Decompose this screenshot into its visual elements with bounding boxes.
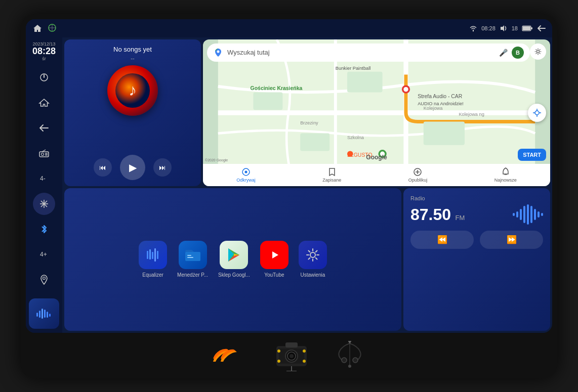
discover-icon xyxy=(241,167,251,177)
back-status-icon[interactable] xyxy=(537,24,546,32)
music-title: No songs yet xyxy=(113,46,152,53)
svg-rect-67 xyxy=(187,255,191,256)
earphones-icon xyxy=(332,341,367,369)
map-nav-zapisane[interactable]: Zapisane xyxy=(322,167,341,183)
wave-bar-2 xyxy=(516,211,518,217)
app-youtube[interactable]: YouTube xyxy=(260,241,288,278)
sidebar-bluetooth-button[interactable] xyxy=(33,218,55,240)
album-art-image: ♪ xyxy=(115,73,150,108)
map-mic-icon[interactable]: 🎤 xyxy=(499,49,508,57)
wave-bar-9 xyxy=(541,213,543,216)
app-youtube-label: YouTube xyxy=(264,272,284,278)
svg-text:Gościniec Krasieńka: Gościniec Krasieńka xyxy=(251,85,303,91)
sidebar-microphone-widget[interactable] xyxy=(29,298,59,329)
wave-bar-8 xyxy=(538,211,540,217)
sidebar-power-button[interactable] xyxy=(33,66,55,89)
svg-rect-36 xyxy=(424,121,465,145)
app-file-manager-label: Menedżer P... xyxy=(177,272,208,278)
pin-icon xyxy=(40,275,48,285)
apps-grid: Equalizer xyxy=(139,241,327,278)
svg-rect-64 xyxy=(154,248,156,262)
sidebar-vol-down-button[interactable]: 4- xyxy=(33,167,55,190)
home-status-icon xyxy=(32,24,43,33)
svg-text:Bunkier Paintball: Bunkier Paintball xyxy=(336,66,371,71)
sidebar: 2023/12/13 08:28 śr xyxy=(26,37,62,333)
svg-point-7 xyxy=(42,153,44,156)
svg-rect-76 xyxy=(285,342,298,347)
svg-point-80 xyxy=(303,360,306,363)
sidebar-date: 2023/12/13 xyxy=(32,41,56,47)
map-location-button[interactable] xyxy=(528,104,546,122)
sidebar-vol-up-button[interactable]: 4+ xyxy=(33,243,55,266)
sidebar-radio-button[interactable] xyxy=(33,142,55,164)
svg-rect-35 xyxy=(347,71,383,92)
map-nav-opublikuj[interactable]: Opublikuj xyxy=(408,167,428,183)
svg-point-56 xyxy=(244,170,247,173)
svg-rect-65 xyxy=(157,251,158,259)
radio-wave-viz xyxy=(513,204,543,225)
wave-bar-3 xyxy=(520,209,522,220)
map-search-text: Wyszukaj tutaj xyxy=(227,49,495,56)
svg-text:Strefa Audio - CAR: Strefa Audio - CAR xyxy=(418,94,463,99)
map-settings-button[interactable] xyxy=(530,43,546,60)
svg-rect-61 xyxy=(147,251,148,259)
map-nav-opublikuj-label: Opublikuj xyxy=(408,178,428,183)
svg-rect-18 xyxy=(36,313,38,317)
wave-bar-6 xyxy=(530,206,532,223)
volume-down-icon: 4- xyxy=(39,175,49,182)
prev-button[interactable]: ⏮ xyxy=(94,158,112,177)
sidebar-home-button[interactable] xyxy=(33,92,55,114)
svg-point-75 xyxy=(290,354,294,358)
app-settings[interactable]: Ustawienia xyxy=(299,241,327,278)
radio-band: FM xyxy=(456,214,465,222)
svg-rect-66 xyxy=(185,252,200,261)
apps-widget: Equalizer xyxy=(64,188,401,331)
svg-rect-3 xyxy=(531,27,532,29)
sidebar-snowflake-button[interactable] xyxy=(33,193,55,215)
sidebar-location-button[interactable] xyxy=(33,269,55,291)
app-play-store[interactable]: Sklep Googl... xyxy=(218,241,250,278)
svg-point-70 xyxy=(310,252,315,257)
radio-main: 87.50 FM xyxy=(410,204,543,225)
app-equalizer[interactable]: Equalizer xyxy=(139,241,167,278)
sidebar-clock: 08:28 xyxy=(32,47,56,57)
svg-text:Kolejowa: Kolejowa xyxy=(424,106,443,111)
sidebar-back-button[interactable] xyxy=(33,117,55,139)
map-search-bar[interactable]: Wyszukaj tutaj 🎤 B xyxy=(207,43,530,62)
map-nav-najnowsze[interactable]: Najnowsze xyxy=(494,167,517,183)
app-equalizer-label: Equalizer xyxy=(142,272,163,278)
map-copyright: ©2020 Google xyxy=(205,158,228,162)
map-start-button[interactable]: START xyxy=(518,149,546,161)
settings-icon xyxy=(534,48,542,56)
device-screen: 08:28 18 xyxy=(26,19,552,333)
playstore-app-icon xyxy=(226,247,242,263)
play-button[interactable]: ▶ xyxy=(120,155,145,180)
svg-marker-1 xyxy=(501,25,504,31)
radio-label: Radio xyxy=(410,195,543,201)
top-row: No songs yet -- xyxy=(64,39,550,186)
map-user-avatar[interactable]: B xyxy=(512,47,524,59)
music-subtitle: -- xyxy=(131,55,134,61)
volume-icon xyxy=(500,25,508,32)
map-google-logo: Google xyxy=(366,154,387,161)
next-button[interactable]: ⏭ xyxy=(153,158,172,177)
equalizer-icon xyxy=(139,241,167,269)
svg-rect-19 xyxy=(39,311,40,318)
radio-prev-button[interactable]: ⏪ xyxy=(410,231,474,249)
wave-bar-4 xyxy=(523,206,525,223)
svg-rect-23 xyxy=(49,314,51,317)
radio-next-button[interactable]: ⏩ xyxy=(480,231,543,249)
bottom-row: Equalizer xyxy=(64,188,550,331)
back-icon xyxy=(39,123,49,133)
main-area: 2023/12/13 08:28 śr xyxy=(26,37,552,333)
svg-point-31 xyxy=(403,86,408,91)
status-time: 08:28 xyxy=(481,25,496,31)
map-background: Gościniec Krasieńka Bunkier Paintball St… xyxy=(203,39,550,186)
map-nav-odkrywaj[interactable]: Odkrywaj xyxy=(236,167,256,183)
radio-frequency: 87.50 FM xyxy=(410,206,507,223)
map-widget[interactable]: Gościniec Krasieńka Bunkier Paintball St… xyxy=(203,39,550,186)
svg-text:Szkolna: Szkolna xyxy=(347,135,364,140)
app-file-manager[interactable]: Menedżer P... xyxy=(177,241,208,278)
equalizer-app-icon xyxy=(145,247,161,263)
status-right: 08:28 18 xyxy=(469,24,546,32)
